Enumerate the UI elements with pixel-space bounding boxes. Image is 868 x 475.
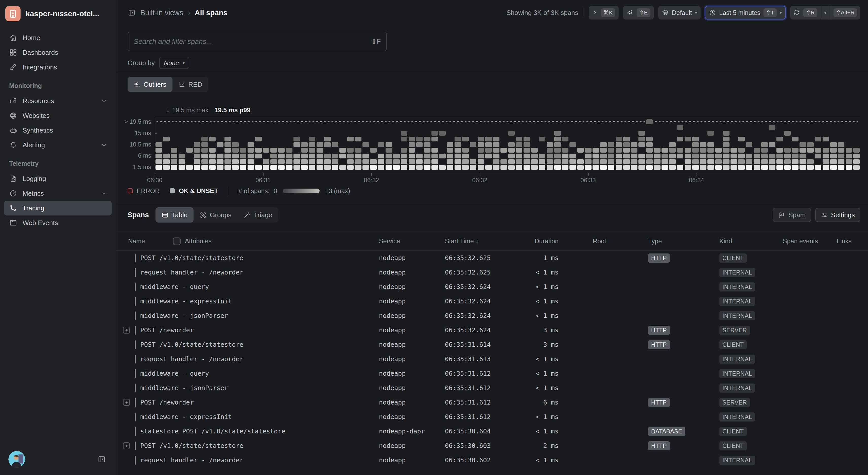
chevron-down-icon[interactable] [101,142,107,148]
col-kind[interactable]: Kind [719,238,783,245]
heatmap-cell [707,131,714,136]
tab-triage[interactable]: Triage [238,207,278,223]
view-panel-icon[interactable] [128,9,136,17]
span-color-bar [135,369,136,378]
attributes-checkbox[interactable] [173,238,181,245]
table-row[interactable]: middleware - expressInitnodeapp06:35:32.… [116,294,868,308]
refresh-options-button[interactable]: ▾ [821,6,830,20]
table-row[interactable]: POST /newordernodeapp06:35:32.6243 msHTT… [116,323,868,337]
sidebar-item-home[interactable]: Home [4,30,112,45]
heatmap-cell [838,142,844,147]
tab-groups[interactable]: Groups [193,207,238,223]
heatmap-cell [416,159,423,164]
search-box[interactable]: ⇧F [128,32,387,51]
heatmap-cell [800,148,806,152]
collapse-sidebar-button[interactable] [98,455,106,463]
expand-row-button[interactable] [123,399,130,406]
auto-refresh-button[interactable]: ⇧Alt+R [830,6,860,20]
table-row[interactable]: middleware - expressInitnodeapp06:35:31.… [116,410,868,424]
sidebar-item-websites[interactable]: Websites [4,108,112,123]
spans-table: Name Attributes Service Start Time ↓ Dur… [116,232,868,475]
heatmap-plot[interactable] [155,116,860,173]
table-row[interactable]: statestore POST /v1.0/state/statestoreno… [116,424,868,439]
heatmap-cell [616,137,622,141]
sidebar-item-logging[interactable]: Logging [4,171,112,186]
sidebar-item-web-events[interactable]: Web Events [4,215,112,230]
col-duration[interactable]: Duration [506,238,559,245]
command-palette-button[interactable]: ⌘K [589,6,619,20]
heatmap-cell [202,148,208,152]
refresh-button[interactable]: ⇧R [790,6,820,20]
view-selector-button[interactable]: Default ▾ [658,6,701,20]
col-root[interactable]: Root [559,238,648,245]
sidebar-item-dashboards[interactable]: Dashboards [4,45,112,60]
sidebar-item-integrations[interactable]: Integrations [4,60,112,74]
span-duration: 3 ms [506,327,559,334]
heatmap-cell [248,159,254,164]
heatmap-cell [370,148,377,152]
heatmap-cell [477,137,484,141]
sidebar-item-synthetics[interactable]: Synthetics [4,123,112,138]
chevron-down-icon[interactable] [101,190,107,197]
sidebar-item-metrics[interactable]: Metrics [4,186,112,201]
legend-count-min: 0 [274,187,277,195]
table-row[interactable]: middleware - querynodeapp06:35:32.624< 1… [116,279,868,294]
workspace-switcher[interactable]: kasper-nissen-otel... [0,0,116,24]
breadcrumb-section[interactable]: Built-in views [140,9,183,17]
chevron-down-icon[interactable] [101,98,107,104]
table-row[interactable]: request handler - /newordernodeapp06:35:… [116,453,868,467]
spam-button[interactable]: Spam [773,208,811,222]
table-row[interactable]: POST /v1.0/state/statestorenodeapp06:35:… [116,251,868,265]
table-row[interactable]: middleware - jsonParsernodeapp06:35:32.6… [116,308,868,323]
col-service[interactable]: Service [379,238,445,245]
col-span-events[interactable]: Span events [783,238,837,245]
heatmap-cell [324,137,331,141]
group-by-select[interactable]: None ▾ [159,57,189,69]
heatmap-cell [569,165,576,170]
heatmap-cell [592,148,599,152]
heatmap-cell [846,148,852,152]
table-row[interactable]: request handler - /newordernodeapp06:35:… [116,352,868,366]
heatmap-cell [646,165,653,170]
settings-button[interactable]: Settings [815,208,860,222]
heatmap-cell [616,142,622,147]
heatmap-cell [493,137,499,141]
heatmap-cell [539,154,545,159]
sidebar-item-resources[interactable]: Resources [4,94,112,108]
table-row[interactable]: POST /newordernodeapp06:35:31.6126 msHTT… [116,395,868,410]
sidebar-item-alerting[interactable]: Alerting [4,138,112,152]
search-input[interactable] [134,37,368,46]
expand-row-button[interactable] [123,327,130,334]
col-attributes[interactable]: Attributes [185,238,212,245]
breadcrumb: Built-in views › All spans [128,9,227,17]
tab-outliers[interactable]: Outliers [128,77,173,92]
table-row[interactable]: middleware - querynodeapp06:35:31.612< 1… [116,366,868,381]
sidebar-item-tracing[interactable]: Tracing [4,201,112,215]
heatmap-cell [554,142,561,147]
col-links[interactable]: Links [837,238,868,245]
heatmap-cell [278,159,285,164]
announcements-button[interactable]: ⇧E [623,6,654,20]
heatmap-cell [669,159,676,164]
heatmap-cell [631,154,638,159]
table-row[interactable]: POST /v1.0/state/statestorenodeapp06:35:… [116,439,868,453]
expand-row-button[interactable] [123,442,130,449]
col-type[interactable]: Type [648,238,719,245]
table-row[interactable]: POST /v1.0/state/statestorenodeapp06:35:… [116,337,868,352]
table-row[interactable]: request handler - /newordernodeapp06:35:… [116,265,868,279]
heatmap-cell [631,142,638,147]
tab-table[interactable]: Table [155,207,193,223]
col-start-time[interactable]: Start Time ↓ [445,238,506,245]
user-avatar[interactable] [8,451,25,468]
time-range-button[interactable]: Last 5 minutes ⇧T ▾ [705,6,786,20]
table-row[interactable]: middleware - jsonParsernodeapp06:35:31.6… [116,381,868,395]
heatmap-cell [477,154,484,159]
home-icon [9,34,17,42]
tab-red[interactable]: RED [173,77,209,92]
col-name[interactable]: Name [128,238,145,245]
kind-badge: INTERNAL [719,311,755,320]
heatmap-cell [738,154,745,159]
x-tick-mark [155,173,155,176]
span-count-status: Showing 3K of 3K spans [506,9,578,17]
heatmap-cell [324,142,331,147]
